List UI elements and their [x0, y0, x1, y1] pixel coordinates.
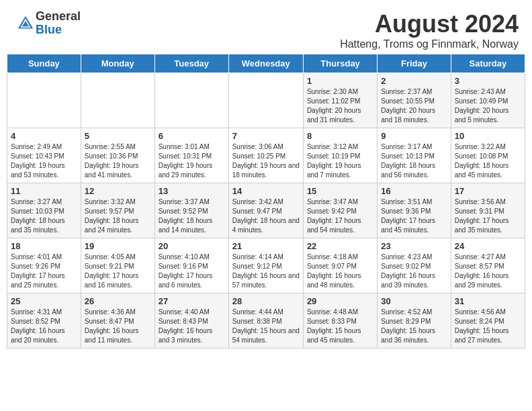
day-number: 24 — [455, 241, 521, 251]
day-info: Sunrise: 4:10 AMSunset: 9:16 PMDaylight:… — [159, 253, 225, 290]
calendar-header: SundayMondayTuesdayWednesdayThursdayFrid… — [7, 54, 525, 73]
page-header: General Blue August 2024 Hatteng, Troms … — [0, 0, 532, 54]
calendar-cell: 1Sunrise: 2:30 AMSunset: 11:02 PMDayligh… — [303, 73, 377, 128]
day-info: Sunrise: 4:40 AMSunset: 8:43 PMDaylight:… — [159, 308, 225, 345]
calendar-cell — [81, 73, 154, 128]
day-number: 3 — [455, 76, 521, 86]
day-number: 12 — [85, 186, 151, 196]
day-of-week-header: Sunday — [7, 54, 81, 73]
day-info: Sunrise: 2:49 AMSunset: 10:43 PMDaylight… — [11, 142, 77, 180]
day-number: 25 — [11, 296, 77, 306]
day-info: Sunrise: 3:06 AMSunset: 10:25 PMDaylight… — [232, 142, 300, 180]
calendar-week-row: 25Sunrise: 4:31 AMSunset: 8:52 PMDayligh… — [7, 293, 525, 349]
logo-icon — [15, 13, 36, 34]
calendar-cell: 23Sunrise: 4:23 AMSunset: 9:02 PMDayligh… — [378, 238, 451, 293]
day-number: 29 — [307, 296, 373, 306]
day-info: Sunrise: 4:05 AMSunset: 9:21 PMDaylight:… — [85, 253, 151, 290]
header-row: SundayMondayTuesdayWednesdayThursdayFrid… — [7, 54, 525, 73]
day-of-week-header: Thursday — [303, 54, 377, 73]
calendar-cell: 18Sunrise: 4:01 AMSunset: 9:26 PMDayligh… — [7, 238, 81, 293]
calendar-cell: 17Sunrise: 3:56 AMSunset: 9:31 PMDayligh… — [451, 183, 525, 238]
calendar-week-row: 1Sunrise: 2:30 AMSunset: 11:02 PMDayligh… — [7, 73, 525, 128]
calendar-cell: 2Sunrise: 2:37 AMSunset: 10:55 PMDayligh… — [378, 73, 451, 128]
day-number: 2 — [381, 76, 447, 86]
day-number: 19 — [85, 241, 151, 251]
calendar-cell: 8Sunrise: 3:12 AMSunset: 10:19 PMDayligh… — [303, 128, 377, 183]
day-info: Sunrise: 3:42 AMSunset: 9:47 PMDaylight:… — [232, 197, 300, 235]
day-of-week-header: Monday — [81, 54, 154, 73]
day-info: Sunrise: 3:01 AMSunset: 10:31 PMDaylight… — [159, 142, 225, 180]
calendar-cell: 16Sunrise: 3:51 AMSunset: 9:36 PMDayligh… — [378, 183, 451, 238]
day-number: 18 — [11, 241, 77, 251]
day-info: Sunrise: 4:44 AMSunset: 8:38 PMDaylight:… — [232, 308, 300, 345]
day-number: 28 — [232, 296, 300, 306]
calendar-cell: 26Sunrise: 4:36 AMSunset: 8:47 PMDayligh… — [81, 293, 154, 349]
day-number: 14 — [232, 186, 300, 196]
day-info: Sunrise: 2:43 AMSunset: 10:49 PMDaylight… — [455, 87, 521, 125]
day-info: Sunrise: 4:52 AMSunset: 8:29 PMDaylight:… — [381, 308, 447, 345]
day-number: 20 — [159, 241, 225, 251]
month-title: August 2024 — [340, 10, 519, 38]
calendar-cell: 27Sunrise: 4:40 AMSunset: 8:43 PMDayligh… — [154, 293, 228, 349]
day-number: 23 — [381, 241, 447, 251]
day-number: 9 — [381, 131, 447, 141]
calendar-cell: 15Sunrise: 3:47 AMSunset: 9:42 PMDayligh… — [303, 183, 377, 238]
day-number: 26 — [85, 296, 151, 306]
day-info: Sunrise: 2:30 AMSunset: 11:02 PMDaylight… — [307, 87, 373, 125]
title-block: August 2024 Hatteng, Troms og Finnmark, … — [340, 10, 519, 50]
day-info: Sunrise: 3:17 AMSunset: 10:13 PMDaylight… — [381, 142, 447, 180]
day-number: 13 — [159, 186, 225, 196]
calendar-cell: 13Sunrise: 3:37 AMSunset: 9:52 PMDayligh… — [154, 183, 228, 238]
day-number: 27 — [159, 296, 225, 306]
calendar-cell: 12Sunrise: 3:32 AMSunset: 9:57 PMDayligh… — [81, 183, 154, 238]
day-info: Sunrise: 2:55 AMSunset: 10:36 PMDaylight… — [85, 142, 151, 180]
calendar-cell: 5Sunrise: 2:55 AMSunset: 10:36 PMDayligh… — [81, 128, 154, 183]
day-number: 4 — [11, 131, 77, 141]
day-number: 1 — [307, 76, 373, 86]
day-info: Sunrise: 3:37 AMSunset: 9:52 PMDaylight:… — [159, 197, 225, 235]
location-subtitle: Hatteng, Troms og Finnmark, Norway — [340, 38, 519, 50]
calendar-cell — [7, 73, 81, 128]
day-number: 22 — [307, 241, 373, 251]
day-of-week-header: Tuesday — [154, 54, 228, 73]
logo-general: General — [36, 10, 81, 24]
day-info: Sunrise: 4:56 AMSunset: 8:24 PMDaylight:… — [455, 308, 521, 345]
calendar-cell: 7Sunrise: 3:06 AMSunset: 10:25 PMDayligh… — [228, 128, 303, 183]
day-info: Sunrise: 4:27 AMSunset: 8:57 PMDaylight:… — [455, 253, 521, 290]
day-info: Sunrise: 4:31 AMSunset: 8:52 PMDaylight:… — [11, 308, 77, 345]
day-number: 17 — [455, 186, 521, 196]
day-info: Sunrise: 3:47 AMSunset: 9:42 PMDaylight:… — [307, 197, 373, 235]
calendar-cell: 31Sunrise: 4:56 AMSunset: 8:24 PMDayligh… — [451, 293, 525, 349]
day-number: 7 — [232, 131, 300, 141]
logo: General Blue — [13, 10, 81, 37]
logo-blue: Blue — [36, 24, 81, 37]
calendar-cell: 20Sunrise: 4:10 AMSunset: 9:16 PMDayligh… — [154, 238, 228, 293]
day-of-week-header: Saturday — [451, 54, 525, 73]
day-info: Sunrise: 4:18 AMSunset: 9:07 PMDaylight:… — [307, 253, 373, 290]
calendar-cell: 21Sunrise: 4:14 AMSunset: 9:12 PMDayligh… — [228, 238, 303, 293]
calendar-cell: 10Sunrise: 3:22 AMSunset: 10:08 PMDaylig… — [451, 128, 525, 183]
calendar: SundayMondayTuesdayWednesdayThursdayFrid… — [0, 54, 532, 355]
day-number: 11 — [11, 186, 77, 196]
calendar-cell: 28Sunrise: 4:44 AMSunset: 8:38 PMDayligh… — [228, 293, 303, 349]
calendar-cell: 6Sunrise: 3:01 AMSunset: 10:31 PMDayligh… — [154, 128, 228, 183]
calendar-cell: 30Sunrise: 4:52 AMSunset: 8:29 PMDayligh… — [378, 293, 451, 349]
logo-text: General Blue — [36, 10, 81, 37]
calendar-cell: 25Sunrise: 4:31 AMSunset: 8:52 PMDayligh… — [7, 293, 81, 349]
day-number: 10 — [455, 131, 521, 141]
calendar-week-row: 4Sunrise: 2:49 AMSunset: 10:43 PMDayligh… — [7, 128, 525, 183]
calendar-week-row: 11Sunrise: 3:27 AMSunset: 10:03 PMDaylig… — [7, 183, 525, 238]
calendar-table: SundayMondayTuesdayWednesdayThursdayFrid… — [7, 54, 525, 349]
day-info: Sunrise: 4:14 AMSunset: 9:12 PMDaylight:… — [232, 253, 300, 290]
calendar-cell: 14Sunrise: 3:42 AMSunset: 9:47 PMDayligh… — [228, 183, 303, 238]
day-info: Sunrise: 4:23 AMSunset: 9:02 PMDaylight:… — [381, 253, 447, 290]
calendar-cell: 24Sunrise: 4:27 AMSunset: 8:57 PMDayligh… — [451, 238, 525, 293]
calendar-week-row: 18Sunrise: 4:01 AMSunset: 9:26 PMDayligh… — [7, 238, 525, 293]
calendar-cell: 11Sunrise: 3:27 AMSunset: 10:03 PMDaylig… — [7, 183, 81, 238]
day-info: Sunrise: 4:01 AMSunset: 9:26 PMDaylight:… — [11, 253, 77, 290]
day-number: 21 — [232, 241, 300, 251]
calendar-cell: 4Sunrise: 2:49 AMSunset: 10:43 PMDayligh… — [7, 128, 81, 183]
day-info: Sunrise: 4:48 AMSunset: 8:33 PMDaylight:… — [307, 308, 373, 345]
calendar-cell: 29Sunrise: 4:48 AMSunset: 8:33 PMDayligh… — [303, 293, 377, 349]
calendar-cell — [228, 73, 303, 128]
